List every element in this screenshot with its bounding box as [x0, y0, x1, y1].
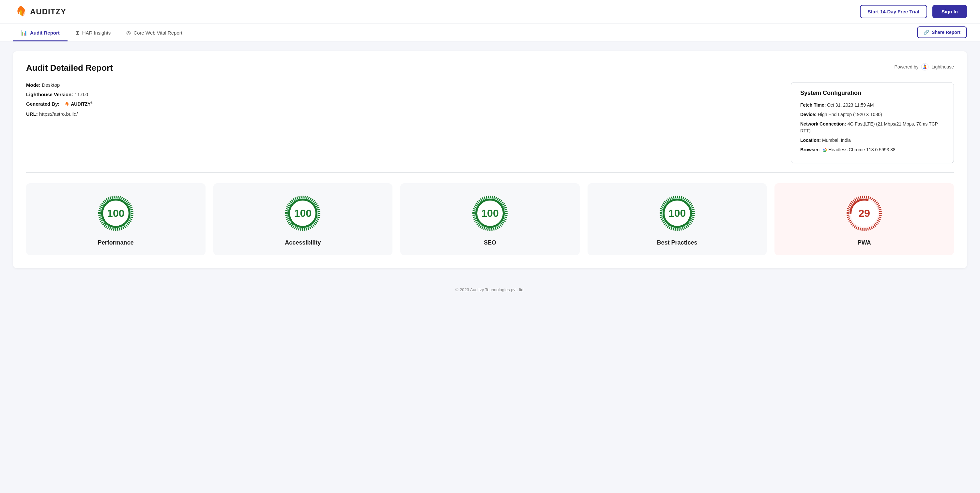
device-row: Device: High End Laptop (1920 X 1080)	[800, 111, 945, 118]
share-icon: 🔗	[924, 30, 929, 35]
lighthouse-version-row: Lighthouse Version: 11.0.0	[26, 92, 771, 97]
browser-row: Browser: Headless Chrome 118.0.5993.88	[800, 146, 945, 153]
gauge-pwa: 29	[845, 194, 884, 233]
footer: © 2023 Auditzy Technologies pvt. ltd.	[0, 281, 980, 298]
score-card-pwa: 29 PWA	[775, 183, 954, 255]
tabs-bar: 📊 Audit Report ⊞ HAR Insights ◎ Core Web…	[0, 24, 980, 41]
tabs-left: 📊 Audit Report ⊞ HAR Insights ◎ Core Web…	[13, 24, 190, 41]
score-card-seo: 100 SEO	[400, 183, 580, 255]
score-value-best-practices: 100	[668, 208, 686, 219]
score-value-seo: 100	[481, 208, 498, 219]
footer-text: © 2023 Auditzy Technologies pvt. ltd.	[455, 287, 525, 292]
browser-label: Browser:	[800, 147, 820, 152]
lighthouse-version-label: Lighthouse Version:	[26, 92, 73, 97]
header: AUDITZY Start 14-Day Free Trial Sign In	[0, 0, 980, 24]
lighthouse-icon	[921, 63, 929, 71]
tab-har-insights[interactable]: ⊞ HAR Insights	[68, 24, 119, 41]
score-label-accessibility: Accessibility	[285, 239, 321, 246]
score-label-performance: Performance	[98, 239, 134, 246]
gauge-best-practices: 100	[658, 194, 697, 233]
score-value-pwa: 29	[858, 208, 870, 219]
meta-left: Mode: Desktop Lighthouse Version: 11.0.0…	[26, 82, 771, 163]
main-content: Audit Detailed Report Powered by Lightho…	[0, 41, 980, 281]
system-config-title: System Configuration	[800, 90, 945, 97]
gauge-accessibility: 100	[283, 194, 322, 233]
share-report-button[interactable]: 🔗 Share Report	[917, 26, 967, 38]
score-value-accessibility: 100	[294, 208, 312, 219]
tab-audit-report-label: Audit Report	[30, 30, 60, 36]
trial-button[interactable]: Start 14-Day Free Trial	[860, 5, 927, 18]
report-header: Audit Detailed Report Powered by Lightho…	[26, 63, 954, 73]
logo-text: AUDITZY	[30, 7, 66, 16]
mode-row: Mode: Desktop	[26, 82, 771, 88]
score-label-seo: SEO	[484, 239, 496, 246]
report-card: Audit Detailed Report Powered by Lightho…	[13, 51, 967, 268]
report-meta-row: Mode: Desktop Lighthouse Version: 11.0.0…	[26, 82, 954, 163]
generated-by-row: Generated By: AUDITZY®	[26, 101, 771, 107]
fetch-time-label: Fetch Time:	[800, 102, 826, 108]
system-config-card: System Configuration Fetch Time: Oct 31,…	[791, 82, 954, 163]
logo-icon	[13, 5, 27, 19]
gauge-performance: 100	[96, 194, 135, 233]
powered-by-tool: Lighthouse	[931, 64, 954, 70]
score-label-pwa: PWA	[858, 239, 871, 246]
location-row: Location: Mumbai, India	[800, 137, 945, 144]
scores-row: 100 Performance 100 Accessibility	[26, 183, 954, 255]
network-label: Network Connection:	[800, 121, 846, 127]
score-value-performance: 100	[107, 208, 124, 219]
report-title: Audit Detailed Report	[26, 63, 113, 73]
gauge-seo: 100	[471, 194, 509, 233]
tab-core-web-vital[interactable]: ◎ Core Web Vital Report	[118, 24, 190, 41]
mode-label: Mode:	[26, 82, 40, 88]
location-label: Location:	[800, 138, 821, 143]
url-label: URL:	[26, 111, 38, 117]
tab-audit-report[interactable]: 📊 Audit Report	[13, 24, 68, 41]
signin-button[interactable]: Sign In	[932, 5, 967, 18]
score-card-performance: 100 Performance	[26, 183, 205, 255]
powered-by-label: Powered by	[894, 64, 919, 70]
score-label-best-practices: Best Practices	[657, 239, 697, 246]
fetch-time-row: Fetch Time: Oct 31, 2023 11:59 AM	[800, 102, 945, 109]
url-row: URL: https://astro.build/	[26, 111, 771, 117]
device-label: Device:	[800, 112, 816, 117]
network-row: Network Connection: 4G Fast(LTE) (21 Mbp…	[800, 120, 945, 134]
tab-har-insights-label: HAR Insights	[82, 30, 111, 36]
generated-by-value: AUDITZY®	[61, 101, 93, 107]
share-report-label: Share Report	[932, 30, 961, 35]
core-web-vital-icon: ◎	[126, 30, 131, 36]
svg-point-3	[824, 150, 826, 151]
powered-by: Powered by Lighthouse	[894, 63, 954, 71]
generated-by-label: Generated By:	[26, 101, 60, 107]
har-insights-icon: ⊞	[75, 30, 80, 36]
header-actions: Start 14-Day Free Trial Sign In	[860, 5, 967, 18]
score-card-best-practices: 100 Best Practices	[587, 183, 767, 255]
tab-core-web-vital-label: Core Web Vital Report	[134, 30, 182, 36]
audit-report-icon: 📊	[21, 30, 27, 36]
browser-value	[821, 147, 829, 152]
score-card-accessibility: 100 Accessibility	[213, 183, 393, 255]
logo-area: AUDITZY	[13, 5, 66, 19]
divider	[26, 173, 954, 173]
